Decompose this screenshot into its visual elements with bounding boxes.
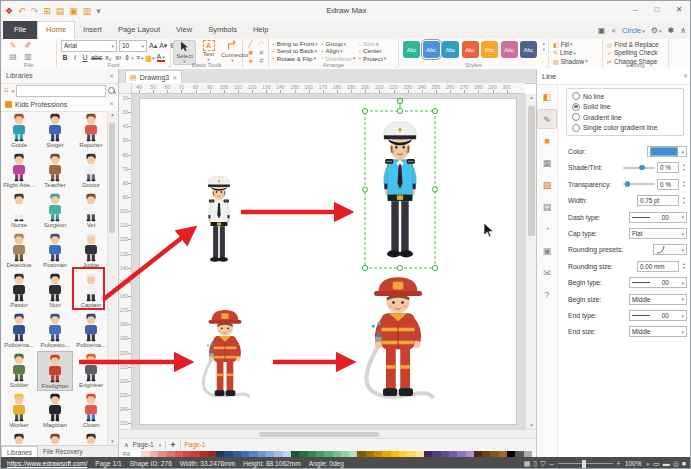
menu-tab-file[interactable]: File [3,21,37,39]
style-swatch-0[interactable]: Abc [403,41,420,58]
format-painter-button[interactable]: ✎ [6,41,20,51]
shape-captain-large[interactable] [369,114,431,272]
rectangle-tool[interactable]: ■ [245,49,256,58]
line-button[interactable]: ✎Line▾ [553,49,588,58]
shadow-button[interactable]: ▨Shadow▾ [553,57,588,66]
arrange-center[interactable]: ▪Center [359,47,386,54]
styles-scroll-arrows[interactable]: ▴▾ [543,41,545,52]
library-item-firefighter[interactable]: Firefighter [37,351,73,391]
crop-tool[interactable]: # [256,57,267,66]
paste-button[interactable]: ▤ [6,52,20,62]
zoom-level[interactable]: 100% [625,460,642,467]
x-button[interactable]: x² [114,54,122,61]
value-input[interactable]: 0.00 mm [637,261,679,272]
menu-tab-insert[interactable]: Insert [75,21,110,39]
edrawsoft-link[interactable]: https://www.edrawsoft.com/ [7,460,87,467]
arrange-size[interactable]: ▪Size▾ [359,40,386,47]
quick-color-panel-icon[interactable]: ■ [537,131,557,151]
library-scrollbar[interactable]: ▲ ▼ [107,111,117,445]
library-item-soldier[interactable]: Soldier [1,351,37,391]
dialog-launcher-icon[interactable]: ⌟ [545,62,547,68]
line-type-gradient-line[interactable]: Gradient line [567,112,683,123]
library-item-nurse[interactable]: Nurse [1,191,37,231]
collapse-pages-icon[interactable]: ∧ [124,441,129,449]
library-item[interactable] [73,431,109,445]
library-item-guide[interactable]: Guide [1,111,37,151]
library-item-postman[interactable]: Postman [37,231,73,271]
font-size-select[interactable]: 10▾ [119,40,147,52]
arrange-send-to-back[interactable]: ▪Send to Back▾ [273,47,318,54]
zoom-in-button[interactable]: + [617,460,621,467]
line-color-picker[interactable]: ▾ [647,146,687,157]
shadow-panel-icon[interactable]: ▨ [537,175,557,195]
u-button[interactable]: U [81,54,89,61]
library-item-teacher[interactable]: Teacher [37,151,73,191]
library-list-icon[interactable]: ≡ [4,86,9,95]
spinner-arrows[interactable]: ▴▾ [681,196,687,205]
styles-painter-button[interactable]: ✐ [21,41,35,51]
library-item-engineer[interactable]: Engineer [73,351,109,391]
canvas[interactable] [132,94,525,429]
line-style-dropdown[interactable]: 00▾ [629,212,687,223]
page-setup-panel-icon[interactable]: ▤ [537,197,557,217]
library-item-judge[interactable]: Judge [73,231,109,271]
arrange-align[interactable]: ▪Align▾ [322,47,355,54]
scroll-down-icon[interactable]: ▼ [108,439,117,444]
line-type-single-color-gradient-line[interactable]: Single color gradient line [567,123,683,134]
document-tab[interactable]: ▤ Drawing3 ✕ [125,70,182,84]
fit-width-icon[interactable]: ▬ [663,460,670,468]
library-item-vet[interactable]: Vet [73,191,109,231]
radio-icon[interactable] [572,113,580,121]
shape-firefighter-small[interactable] [194,307,256,411]
ellipse-tool[interactable]: ● [245,57,256,66]
share-icon[interactable]: < [611,26,616,35]
line-style-dropdown[interactable]: 00▾ [629,277,687,288]
pointer-mode-icon[interactable]: ▽ [540,460,545,468]
arrange-protect[interactable]: ▪Protect▾ [359,55,386,62]
fit-page-icon[interactable]: ▭ [653,460,660,468]
page-tab-active[interactable]: Page-1 [185,441,206,448]
close-icon[interactable]: ✕ [109,69,114,83]
b-button[interactable]: B [61,54,69,61]
abc-button[interactable]: abc [91,54,102,61]
vertical-scrollbar[interactable]: ▲ ▼ [525,94,536,429]
comment-panel-icon[interactable]: ✉ [537,263,557,283]
pencil-tool[interactable]: ✕ [256,49,267,58]
line-panel-icon[interactable]: ✎ [537,109,557,129]
library-item-detective[interactable]: Detective [1,231,37,271]
line-style-dropdown[interactable]: 00▾ [629,310,687,321]
arrange-group[interactable]: ▪Group▾ [322,40,355,47]
menu-tab-help[interactable]: Help [245,21,276,39]
arrange-distribute[interactable]: ▪Distribute▾ [322,55,355,62]
shape-firefighter-large[interactable] [353,273,443,417]
arrange-bring-to-front[interactable]: ▪Bring to Front▾ [273,40,318,47]
library-item-nun[interactable]: Nun [37,271,73,311]
slider-thumb[interactable] [639,165,645,171]
slider-thumb[interactable] [625,181,631,187]
library-item-worker[interactable]: Worker [1,391,37,431]
menu-tab-page-layout[interactable]: Page Layout [110,21,168,39]
library-item[interactable] [37,431,73,445]
horizontal-scrollbar[interactable] [119,429,536,438]
dropdown[interactable]: Middle▾ [629,294,687,305]
find-replace-button[interactable]: ◎Find & Replace [607,40,659,49]
i-button[interactable]: I [71,54,79,61]
library-item-policewo[interactable]: Policewo... [37,311,73,351]
shrink-font-button[interactable]: A▾ [159,42,167,50]
spinner-arrows[interactable]: ▴▾ [681,180,687,189]
highlight-button[interactable]: ▆▾ [146,54,155,62]
dialog-launcher-icon[interactable]: ⌟ [395,62,397,68]
library-item-magician[interactable]: Magician [37,391,73,431]
search-icon[interactable] [108,87,115,94]
library-item-flight-atte[interactable]: Flight Atte... [1,151,37,191]
collapse-ribbon-icon[interactable]: ∧ [680,26,686,35]
line-type-solid-line[interactable]: Solid line [567,102,683,113]
add-page-button[interactable]: + [170,440,175,450]
page-select-label[interactable]: Page-1 [133,441,154,448]
note-panel-icon[interactable]: ▣ [537,241,557,261]
radio-icon[interactable] [572,103,580,111]
slider[interactable] [623,167,655,169]
fill-panel-icon[interactable]: ◧ [537,87,557,107]
spinner-arrows[interactable]: ▴▾ [681,262,687,271]
library-item[interactable] [1,431,37,445]
